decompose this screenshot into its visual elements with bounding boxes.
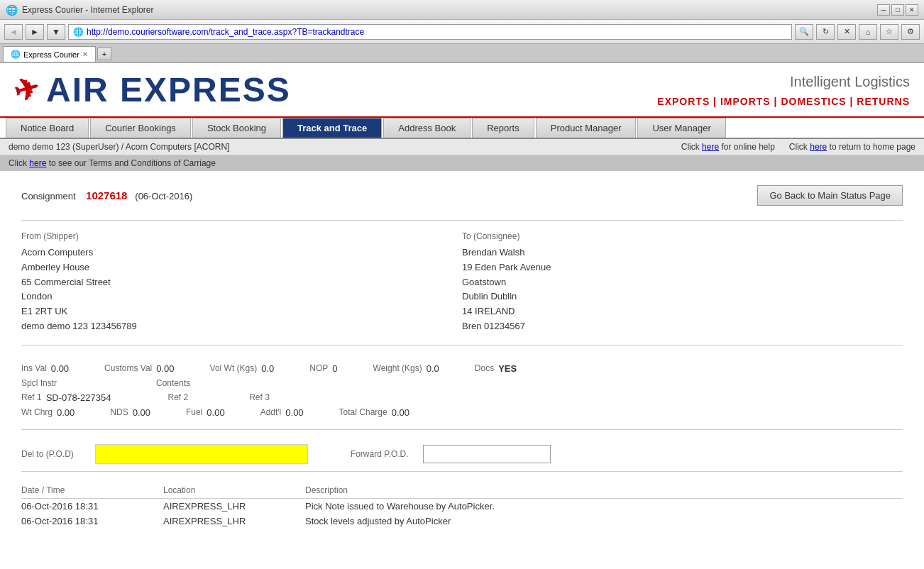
user-info: demo demo 123 (SuperUser) / Acorn Comput…: [9, 142, 229, 152]
tracking-table: Date / Time Location Description 06-Oct-…: [21, 482, 903, 529]
fuel-label: Fuel: [186, 407, 202, 417]
shipper-contact: demo demo 123 123456789: [21, 321, 137, 331]
address-bar[interactable]: 🌐: [68, 24, 792, 40]
ref1-field: Ref 1 SD-078-227354: [21, 392, 111, 403]
fuel-value: 0.00: [207, 407, 224, 418]
total-charge-value: 0.00: [392, 407, 409, 418]
favorites-button[interactable]: ☆: [880, 24, 898, 40]
browser-tab[interactable]: 🌐 Express Courier ✕: [3, 46, 96, 62]
consignment-info: Consignment 1027618 (06-Oct-2016): [21, 189, 192, 201]
nav-links: EXPORTS | IMPORTS | DOMESTICS | RETURNS: [657, 96, 910, 107]
home-button[interactable]: ⌂: [859, 24, 877, 40]
back-button[interactable]: ◄: [4, 24, 23, 40]
terms-bar: Click here to see our Terms and Conditio…: [0, 155, 924, 171]
addtl-field: Addt'l 0.00: [260, 407, 304, 418]
minimize-button[interactable]: ─: [877, 4, 890, 16]
nop-label: NOP: [309, 363, 328, 373]
row1-desc: Pick Note issued to Warehouse by AutoPic…: [305, 501, 903, 512]
pod-bar: [95, 444, 308, 464]
address-icon: 🌐: [73, 27, 84, 37]
forward-pod-input[interactable]: [423, 445, 551, 463]
wt-chrg-label: Wt Chrg: [21, 407, 53, 417]
row2-date: 06-Oct-2016 18:31: [21, 516, 163, 526]
terms-text2: to see our Terms and Conditions of Carri…: [49, 158, 216, 168]
stop-button[interactable]: ✕: [837, 24, 856, 40]
tab-notice-board[interactable]: Notice Board: [6, 118, 89, 138]
maximize-button[interactable]: □: [891, 4, 904, 16]
address-row: From (Shipper) Acorn Computers Amberley …: [21, 231, 903, 334]
terms-link[interactable]: here: [29, 158, 46, 168]
consignee-address2: Goatstown: [462, 277, 506, 287]
address-section: From (Shipper) Acorn Computers Amberley …: [21, 220, 903, 346]
consignee-city: Dublin Dublin: [462, 291, 517, 302]
ref3-field: Ref 3: [249, 392, 274, 402]
help-text2: for online help: [721, 142, 774, 152]
fields-row-1: Ins Val 0.00 Customs Val 0.00 Vol Wt (Kg…: [21, 363, 903, 374]
home-text: Click: [789, 142, 810, 152]
total-charge-field: Total Charge 0.00: [339, 407, 409, 418]
tagline: Intelligent Logistics: [657, 74, 910, 90]
col-date: Date / Time: [21, 485, 163, 495]
terms-text: Click: [9, 158, 29, 168]
tab-reports[interactable]: Reports: [472, 118, 534, 138]
spcl-instr-label: Spcl Instr: [21, 378, 57, 388]
forward-pod-label: Forward P.O.D.: [351, 449, 409, 459]
nop-field: NOP 0: [309, 363, 337, 374]
pod-section: Del to (P.O.D) Forward P.O.D.: [21, 437, 903, 472]
dropdown-button[interactable]: ▼: [47, 24, 65, 40]
tab-close-button[interactable]: ✕: [82, 50, 88, 58]
addtl-label: Addt'l: [260, 407, 282, 417]
fields-row-1b: Spcl Instr Contents: [21, 378, 903, 388]
shipper-city: London: [21, 291, 52, 302]
table-row: 06-Oct-2016 18:31 AIREXPRESS_LHR Stock l…: [21, 514, 903, 529]
info-bar: demo demo 123 (SuperUser) / Acorn Comput…: [0, 139, 924, 155]
ref1-label: Ref 1: [21, 392, 42, 402]
home-text2: to return to home page: [830, 142, 915, 152]
refresh-button[interactable]: ↻: [816, 24, 835, 40]
fields-row-3: Wt Chrg 0.00 NDS 0.00 Fuel 0.00 Addt'l 0…: [21, 407, 903, 418]
shipper-name: Acorn Computers: [21, 247, 93, 258]
tab-stock-booking[interactable]: Stock Booking: [192, 118, 281, 138]
consignee-postcode: 14 IRELAND: [462, 306, 515, 316]
nds-field: NDS 0.00: [110, 407, 150, 418]
col-desc: Description: [305, 485, 903, 495]
table-row: 06-Oct-2016 18:31 AIREXPRESS_LHR Pick No…: [21, 499, 903, 514]
shipper-block: From (Shipper) Acorn Computers Amberley …: [21, 231, 462, 334]
ref3-label: Ref 3: [249, 392, 270, 402]
forward-button[interactable]: ►: [26, 24, 44, 40]
weight-value: 0.0: [427, 363, 439, 374]
fuel-field: Fuel 0.00: [186, 407, 225, 418]
spcl-instr-field: Spcl Instr: [21, 378, 57, 388]
consignment-header: Consignment 1027618 (06-Oct-2016) Go Bac…: [21, 185, 903, 206]
tab-address-book[interactable]: Address Book: [383, 118, 471, 138]
row2-location: AIREXPRESS_LHR: [163, 516, 305, 526]
main-content: Consignment 1027618 (06-Oct-2016) Go Bac…: [0, 171, 924, 543]
header-right: Intelligent Logistics EXPORTS | IMPORTS …: [657, 70, 910, 107]
search-button[interactable]: 🔍: [795, 24, 813, 40]
tab-user-manager[interactable]: User Manager: [637, 118, 725, 138]
fields-section: Ins Val 0.00 Customs Val 0.00 Vol Wt (Kg…: [21, 356, 903, 430]
url-input[interactable]: [87, 27, 787, 37]
vol-wt-field: Vol Wt (Kgs) 0.0: [210, 363, 275, 374]
tab-product-manager[interactable]: Product Manager: [536, 118, 637, 138]
help-link[interactable]: here: [702, 142, 719, 152]
nds-value: 0.00: [133, 407, 150, 418]
nop-value: 0: [332, 363, 337, 374]
ref2-label: Ref 2: [167, 392, 188, 402]
consignment-label: Consignment: [21, 191, 76, 201]
home-link[interactable]: here: [810, 142, 827, 152]
back-to-status-button[interactable]: Go Back to Main Status Page: [757, 185, 903, 206]
consignee-name: Brendan Walsh: [462, 247, 524, 258]
logo-plane-icon: ✈: [10, 70, 43, 109]
help-text: Click: [681, 142, 702, 152]
close-button[interactable]: ✕: [906, 4, 918, 16]
ins-val-value: 0.00: [51, 363, 69, 374]
wt-chrg-field: Wt Chrg 0.00: [21, 407, 75, 418]
row1-date: 06-Oct-2016 18:31: [21, 501, 163, 512]
tools-button[interactable]: ⚙: [901, 24, 920, 40]
shipper-address2: 65 Commercial Street: [21, 277, 111, 287]
new-tab-button[interactable]: +: [97, 48, 111, 60]
tab-courier-bookings[interactable]: Courier Bookings: [90, 118, 191, 138]
consignee-address1: 19 Eden Park Avenue: [462, 262, 551, 272]
tab-track-and-trace[interactable]: Track and Trace: [282, 118, 382, 138]
